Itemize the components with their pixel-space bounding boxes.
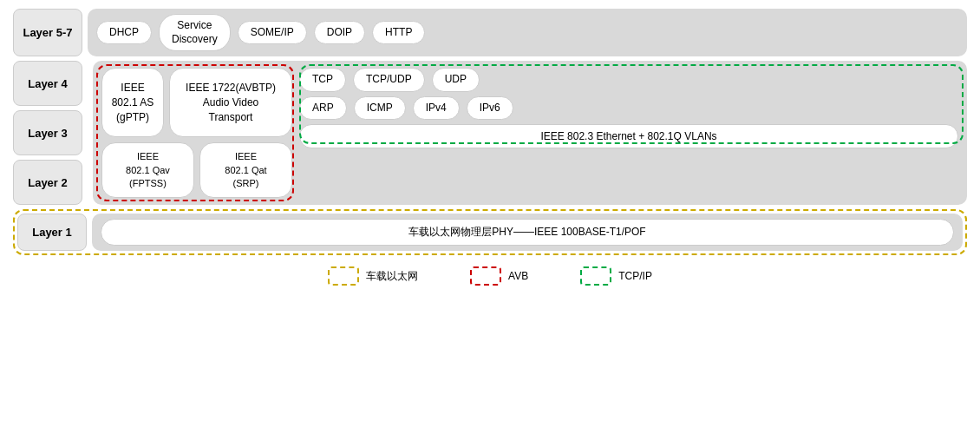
layer-4-label: Layer 4 bbox=[13, 61, 82, 106]
middle-labels-col: Layer 4 Layer 3 Layer 2 bbox=[13, 61, 88, 205]
ieee-8021qat-pill: IEEE802.1 Qat(SRP) bbox=[199, 142, 292, 198]
doip-pill: DOIP bbox=[314, 21, 365, 45]
layer-1-label: Layer 1 bbox=[17, 214, 87, 251]
layer-57-content: DHCP ServiceDiscovery SOME/IP DOIP HTTP bbox=[88, 9, 967, 56]
legend-red-box bbox=[470, 266, 501, 286]
legend: 车载以太网 AVB TCP/IP bbox=[13, 266, 967, 286]
legend-yellow-box bbox=[328, 266, 359, 286]
arp-pill: ARP bbox=[299, 96, 347, 121]
legend-yellow: 车载以太网 bbox=[328, 266, 418, 286]
ieee-8021as-pill: IEEE802.1 AS(gPTP) bbox=[101, 68, 164, 137]
layer-57-row: Layer 5-7 DHCP ServiceDiscovery SOME/IP … bbox=[13, 9, 967, 56]
ieee-1722-pill: IEEE 1722(AVBTP)Audio VideoTransport bbox=[169, 68, 292, 137]
layer-2-right-row: IEEE 802.3 Ethernet + 802.1Q VLANs bbox=[299, 124, 958, 148]
layer-1-yellow-wrapper: Layer 1 车载以太网物理层PHY——IEEE 100BASE-T1/POF bbox=[13, 209, 967, 255]
ipv6-pill: IPv6 bbox=[467, 96, 513, 121]
layers-432-combined: Layer 4 Layer 3 Layer 2 IEEE802.1 AS(gPT… bbox=[13, 61, 967, 205]
layer-4-right-row: TCP TCP/UDP UDP bbox=[299, 68, 958, 92]
phy-pill: 车载以太网物理层PHY——IEEE 100BASE-T1/POF bbox=[101, 219, 954, 246]
middle-content: IEEE802.1 AS(gPTP) IEEE 1722(AVBTP)Audio… bbox=[93, 61, 967, 205]
ieee-8023-pill: IEEE 802.3 Ethernet + 802.1Q VLANs bbox=[299, 124, 958, 148]
udp-pill: UDP bbox=[432, 68, 480, 92]
legend-red: AVB bbox=[470, 266, 528, 286]
http-pill: HTTP bbox=[372, 21, 425, 45]
service-discovery-pill: ServiceDiscovery bbox=[159, 14, 231, 51]
ieee-8021qav-pill: IEEE802.1 Qav(FPTSS) bbox=[101, 142, 194, 198]
some-ip-pill: SOME/IP bbox=[238, 21, 307, 45]
legend-green-box bbox=[580, 266, 611, 286]
legend-green: TCP/IP bbox=[580, 266, 652, 286]
legend-green-label: TCP/IP bbox=[618, 270, 652, 282]
tcp-udp-pill: TCP/UDP bbox=[353, 68, 425, 92]
layer-1-content: 车载以太网物理层PHY——IEEE 100BASE-T1/POF bbox=[92, 214, 963, 251]
layer-2-label: Layer 2 bbox=[13, 160, 82, 205]
tcp-pill: TCP bbox=[299, 68, 346, 92]
ipv4-pill: IPv4 bbox=[413, 96, 460, 121]
dhcp-pill: DHCP bbox=[96, 21, 152, 45]
layer-3-label: Layer 3 bbox=[13, 110, 82, 155]
layer-3-right-row: ARP ICMP IPv4 IPv6 bbox=[299, 96, 958, 121]
network-diagram: Layer 5-7 DHCP ServiceDiscovery SOME/IP … bbox=[13, 9, 967, 286]
legend-yellow-label: 车载以太网 bbox=[366, 269, 418, 284]
legend-red-label: AVB bbox=[508, 270, 528, 282]
layer-57-label: Layer 5-7 bbox=[13, 9, 82, 56]
icmp-pill: ICMP bbox=[354, 96, 406, 121]
right-protocols: TCP TCP/UDP UDP ARP ICMP IPv4 IPv6 IEEE … bbox=[299, 68, 958, 198]
